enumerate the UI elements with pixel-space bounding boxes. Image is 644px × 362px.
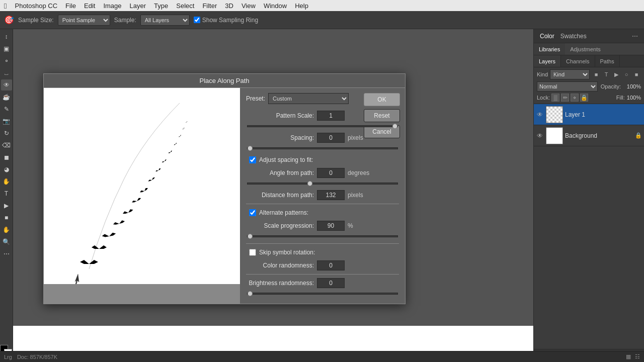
adjust-spacing-checkbox[interactable]	[249, 156, 256, 163]
blend-mode-select[interactable]: Normal	[537, 81, 598, 92]
scale-progression-input[interactable]	[317, 221, 345, 231]
healing-tool[interactable]: ☕	[1, 92, 12, 103]
status-right-icons: ▦ ☷	[626, 353, 640, 360]
brightness-randomness-thumb[interactable]	[248, 291, 253, 296]
history-tool[interactable]: ↻	[1, 128, 12, 139]
brightness-randomness-slider[interactable]	[246, 290, 399, 298]
modal-overlay: Place Along Path	[26, 58, 423, 351]
lock-position-btn[interactable]: ⌖	[571, 94, 579, 102]
scale-progression-thumb[interactable]	[248, 234, 253, 239]
layer-item-0[interactable]: 👁 Layer 1	[534, 104, 644, 125]
ok-button[interactable]: OK	[364, 93, 400, 106]
zoom-tool[interactable]: 🔍	[1, 236, 12, 247]
angle-slider[interactable]	[246, 179, 399, 188]
lock-image-btn[interactable]: ✏	[561, 94, 569, 102]
text-tool[interactable]: T	[1, 188, 12, 199]
filter-icon-4[interactable]: ○	[622, 70, 631, 79]
menu-help[interactable]: Help	[295, 2, 308, 10]
pen-tool[interactable]: ✋	[1, 176, 12, 187]
distance-input[interactable]	[317, 190, 345, 200]
layer-item-1[interactable]: 👁 Background 🔒	[534, 125, 644, 146]
spacing-thumb[interactable]	[248, 146, 253, 151]
layer-visibility-0[interactable]: 👁	[536, 111, 544, 118]
menu-type[interactable]: Type	[154, 2, 168, 10]
reset-button[interactable]: Reset	[364, 109, 400, 122]
top-toolbar: 🎯 Sample Size: Point Sample 3 by 3 Avera…	[0, 11, 644, 29]
crop-tool[interactable]: ⎵	[1, 67, 12, 78]
apple-menu[interactable]: 	[4, 2, 7, 10]
menu-file[interactable]: File	[65, 2, 76, 10]
tab-layers[interactable]: Layers	[534, 55, 561, 67]
tab-paths[interactable]: Paths	[595, 55, 620, 67]
move-tool[interactable]: ↕	[1, 31, 12, 42]
layer-thumb-0	[546, 106, 563, 123]
canvas-area: Place Along Path	[13, 29, 533, 362]
filter-icon-2[interactable]: T	[602, 70, 611, 79]
sample-size-select[interactable]: Point Sample 3 by 3 Average 5 by 5 Avera…	[58, 15, 110, 26]
lock-fill-row: Lock: ▒ ✏ ⌖ 🔒 Fill: 100%	[537, 94, 641, 102]
brush-tool[interactable]: ✎	[1, 104, 12, 115]
color-randomness-input[interactable]	[317, 260, 345, 270]
spacing-slider[interactable]	[246, 144, 399, 152]
menu-filter[interactable]: Filter	[202, 2, 217, 10]
fill-value[interactable]: 100%	[627, 95, 641, 101]
color-randomness-label: Color randomness:	[246, 262, 314, 269]
scale-progression-slider[interactable]	[246, 232, 399, 240]
skip-rotation-checkbox[interactable]	[249, 249, 256, 256]
sample-select[interactable]: All Layers Current Layer	[140, 15, 190, 26]
clone-tool[interactable]: 📷	[1, 116, 12, 127]
fill-tool[interactable]: ◼	[1, 152, 12, 163]
bird-13	[179, 135, 181, 137]
angle-label: Angle from path:	[246, 169, 314, 176]
path-select-tool[interactable]: ▶	[1, 200, 12, 211]
dodge-tool[interactable]: ◕	[1, 164, 12, 175]
opacity-value[interactable]: 100%	[624, 83, 641, 89]
shape-tool[interactable]: ■	[1, 212, 12, 223]
dialog-title-bar: Place Along Path	[44, 74, 405, 88]
selection-tool[interactable]: ▣	[1, 43, 12, 54]
layer-thumb-1	[546, 127, 563, 144]
layers-panel: Layers Channels Paths Kind Kind ■ T ▶ ○ …	[534, 55, 644, 362]
angle-input[interactable]	[317, 168, 345, 178]
menu-layer[interactable]: Layer	[130, 2, 146, 10]
hand-tool[interactable]: ✋	[1, 224, 12, 235]
pattern-scale-input[interactable]	[317, 111, 345, 121]
tab-swatches[interactable]: Swatches	[557, 31, 590, 42]
screen-mode-icon[interactable]: ▦	[626, 353, 631, 360]
extra-tools[interactable]: ⋯	[1, 248, 12, 259]
fill-controls: Fill: 100%	[616, 95, 641, 101]
filter-icon-5[interactable]: ■	[632, 70, 641, 79]
layer-visibility-1[interactable]: 👁	[536, 132, 544, 139]
filter-icon-1[interactable]: ■	[592, 70, 601, 79]
eyedropper-tool[interactable]: 👁	[1, 79, 12, 90]
pattern-scale-thumb[interactable]	[392, 124, 397, 129]
tab-adjustments[interactable]: Adjustments	[565, 43, 606, 55]
menu-window[interactable]: Window	[264, 2, 287, 10]
panel-collapse-icon[interactable]: ⋯	[629, 31, 641, 42]
filter-icon-3[interactable]: ▶	[612, 70, 621, 79]
menu-select[interactable]: Select	[176, 2, 194, 10]
show-sampling-ring-label[interactable]: Show Sampling Ring	[194, 17, 258, 24]
menu-view[interactable]: View	[242, 2, 256, 10]
birds-preview-svg	[44, 88, 240, 284]
preset-select[interactable]: Custom	[268, 93, 349, 104]
menu-3d[interactable]: 3D	[225, 2, 233, 10]
bird-11	[168, 150, 172, 154]
menu-edit[interactable]: Edit	[84, 2, 95, 10]
eraser-tool[interactable]: ⌫	[1, 140, 12, 151]
spacing-input[interactable]	[317, 133, 345, 143]
angle-thumb[interactable]	[307, 181, 312, 186]
tab-channels[interactable]: Channels	[561, 55, 595, 67]
arrange-icon[interactable]: ☷	[635, 353, 640, 360]
lock-all-btn[interactable]: 🔒	[580, 94, 588, 102]
tab-color[interactable]: Color	[537, 31, 557, 42]
lasso-tool[interactable]: ⚬	[1, 55, 12, 66]
alternate-checkbox[interactable]	[249, 209, 256, 216]
lock-transparent-btn[interactable]: ▒	[551, 94, 559, 102]
brightness-randomness-input[interactable]	[317, 278, 345, 288]
filter-kind-select[interactable]: Kind	[550, 69, 590, 79]
tab-libraries[interactable]: Libraries	[534, 43, 565, 55]
menu-image[interactable]: Image	[103, 2, 121, 10]
divider-1	[246, 204, 399, 204]
show-sampling-ring-checkbox[interactable]	[194, 17, 200, 23]
